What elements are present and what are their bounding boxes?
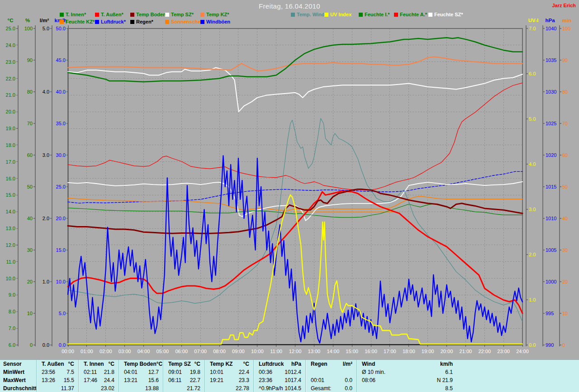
legend-item-feuchte-kz-[interactable]: Feuchte KZ* — [60, 19, 95, 25]
legend-item-regen-[interactable]: Regen* — [130, 19, 153, 25]
table-cell-t-innen: 17:4624.4 — [78, 376, 119, 384]
axis-tick-label: 17.0 — [6, 159, 15, 165]
table-cell-regen: Regenl/m² — [305, 360, 356, 368]
weather-chart-svg: °C25.024.023.022.021.020.019.018.017.016… — [0, 0, 579, 359]
legend-item-feuchte-sz-[interactable]: Feuchte SZ* — [428, 12, 463, 18]
axis-tick-label: 0.0 — [59, 342, 66, 348]
x-axis-label: 19:00 — [422, 349, 434, 354]
legend-item-t-außen-[interactable]: T. Außen* — [95, 12, 123, 18]
axis-tick-label: 1040 — [546, 26, 556, 31]
legend-label: T. Außen* — [101, 12, 123, 17]
legend-item-temp-sz-[interactable]: Temp SZ* — [165, 12, 194, 18]
legend-label: Feuchte KZ* — [66, 19, 95, 24]
series-feuchte_a — [68, 83, 522, 190]
table-cell-temp-kz: 19:2123.3 — [204, 376, 253, 384]
legend-label: Temp SZ* — [171, 12, 194, 17]
table-cell-t-innen: 23.02 — [78, 384, 119, 392]
table-cell-left: 13:26 — [42, 377, 55, 383]
axis-tick-label: 0 — [562, 342, 565, 348]
table-cell-right: 0.0 — [345, 385, 352, 392]
axis-tick-label: 2.0 — [43, 216, 49, 221]
axis-tick-label: 15.0 — [56, 247, 66, 253]
legend-item-sonnenschein[interactable]: Sonnenschein — [165, 19, 205, 25]
legend-item-temp-wind-[interactable]: Temp. Wind* — [291, 12, 327, 18]
x-axis-label: 12:00 — [289, 349, 302, 354]
table-cell-temp-boden: Temp Boden°C — [119, 360, 163, 368]
axis-tick-label: 25.0 — [56, 184, 66, 189]
axis-tick-label: 1010 — [546, 216, 556, 221]
table-cell-right: °C — [68, 361, 74, 367]
axis-tick-label: 10 — [27, 311, 33, 316]
axis-tick-label: 60 — [27, 152, 33, 158]
table-cell-right: 19.8 — [190, 369, 200, 375]
legend-swatch — [324, 13, 328, 17]
table-cell-left: Temp Boden — [124, 361, 157, 367]
table-cell-right: 13.88 — [145, 385, 159, 392]
legend-item-temp-kz-[interactable]: Temp KZ* — [200, 12, 229, 18]
axis-tick-label: 3.0 — [529, 207, 536, 212]
x-axis-label: 15:00 — [346, 349, 358, 354]
table-cell-t-au-en: 13:2615.5 — [36, 376, 78, 384]
statistics-table: SensorT. Außen°CT. Innen°CTemp Boden°CTe… — [0, 359, 579, 392]
axis-title: °C — [8, 18, 14, 23]
legend-item-windböen[interactable]: Windböen — [200, 19, 230, 25]
table-cell-left: 09:01 — [168, 369, 182, 375]
legend-item-feuchte-a-[interactable]: Feuchte A.* — [394, 12, 427, 18]
table-cell-wind: 8.5 — [356, 384, 457, 392]
axis-tick-label: 10.0 — [6, 276, 15, 281]
table-cell-left: 08:06 — [362, 377, 375, 383]
axis-tick-label: 5.0 — [529, 116, 536, 122]
legend-label: Windböen — [206, 19, 230, 24]
table-cell-left: 02:11 — [84, 369, 97, 375]
axis-tick-label: 50 — [562, 184, 568, 189]
table-cell-left: Ø 10 min. — [362, 369, 385, 375]
axis-tick-label: 50.0 — [56, 26, 66, 31]
legend-swatch — [95, 13, 99, 17]
legend-label: UV Index — [330, 12, 351, 17]
axis-tick-label: 21.0 — [6, 92, 15, 98]
table-cell-left: 19:21 — [210, 377, 223, 383]
axis-tick-label: 6.0 — [9, 342, 15, 348]
table-cell-temp-boden: 13.88 — [119, 384, 163, 392]
axis-tick-label: 10.0 — [56, 279, 66, 284]
legend-item-feuchte-i-[interactable]: Feuchte I.* — [359, 12, 390, 18]
axis-tick-label: 20.0 — [56, 216, 66, 221]
axis-tick-label: 30 — [562, 247, 568, 253]
x-axis-label: 03:00 — [119, 349, 131, 354]
legend-label: T. Innen* — [66, 12, 86, 17]
x-axis-label: 24:00 — [516, 349, 529, 354]
table-cell-regen: Gesamt:0.0 — [305, 384, 356, 392]
axis-tick-label: 14.0 — [6, 209, 15, 214]
x-axis-label: 09:00 — [232, 349, 245, 354]
legend-swatch — [200, 13, 204, 17]
legend-item-uv-index[interactable]: UV Index — [324, 12, 351, 18]
table-cell-temp-boden: 04:0112.7 — [119, 368, 163, 376]
axis-tick-label: 5.0 — [59, 311, 66, 316]
legend-item-t-innen-[interactable]: T. Innen* — [60, 12, 86, 18]
table-cell-right: 11.37 — [61, 385, 74, 392]
axis-tick-label: 4.0 — [43, 89, 49, 94]
table-cell-right: 23.02 — [101, 385, 114, 392]
axis-tick-label: 25.0 — [6, 26, 15, 31]
legend-item-temp-boden-[interactable]: Temp Boden* — [130, 12, 168, 18]
axis-tick-label: 2.0 — [529, 252, 536, 257]
table-cell-left: T. Außen — [42, 361, 64, 367]
table-row-label: MaxWert — [0, 376, 36, 384]
axis-tick-label: 9.0 — [9, 292, 15, 298]
axis-tick-label: 35.0 — [56, 121, 66, 126]
axis-tick-label: 0.0 — [43, 342, 49, 348]
axis-tick-label: 1015 — [546, 184, 556, 189]
axis-tick-label: 1020 — [546, 152, 556, 158]
axis-tick-label: 60 — [562, 152, 568, 158]
table-cell-temp-kz: Temp KZ°C — [204, 360, 253, 368]
axis-tick-label: 70 — [27, 121, 33, 126]
table-cell-t-au-en: 11.37 — [36, 384, 78, 392]
x-axis-label: 16:00 — [365, 349, 377, 354]
x-axis-label: 14:00 — [327, 349, 339, 354]
legend-item-luftdruck-[interactable]: Luftdruck* — [95, 19, 126, 25]
x-axis-label: 20:00 — [441, 349, 453, 354]
table-cell-left: 00:01 — [311, 377, 324, 383]
legend-label: Feuchte SZ* — [434, 12, 463, 17]
table-cell-temp-sz: Temp SZ°C — [163, 360, 204, 368]
axis-tick-label: 10 — [562, 311, 568, 316]
